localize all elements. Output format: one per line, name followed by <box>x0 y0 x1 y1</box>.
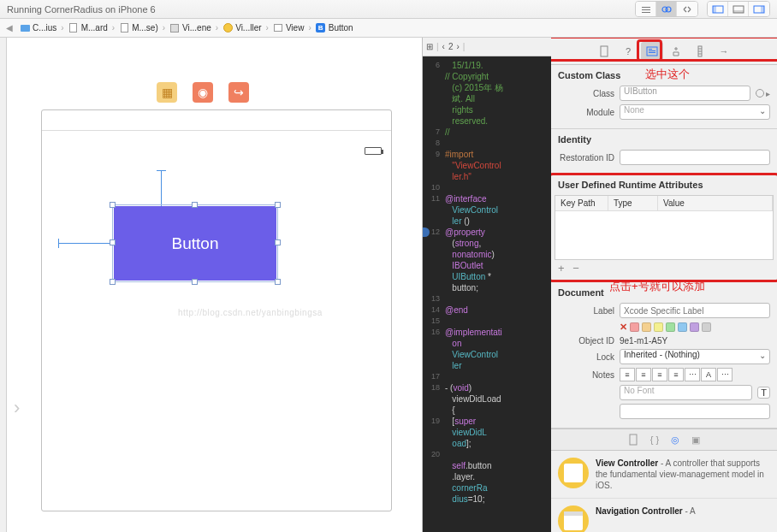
udra-header: User Defined Runtime Attributes <box>555 180 774 190</box>
svg-rect-6 <box>713 6 716 13</box>
class-dot-icon[interactable] <box>756 89 764 98</box>
assistant-editor-button[interactable] <box>656 2 677 16</box>
notes-textarea[interactable] <box>620 404 770 419</box>
doc-label-field[interactable] <box>620 303 770 318</box>
interface-builder-canvas[interactable]: › ▦ ◉ ↪ Button http://blog.csdn.net/yan <box>7 38 423 532</box>
attributes-inspector-tab[interactable] <box>665 42 687 61</box>
crumb-view[interactable]: View <box>270 23 307 33</box>
status-text: Running CornerRadius on iPhone 6 <box>7 4 635 15</box>
file-icon <box>121 23 128 33</box>
grid-icon[interactable]: ⊞ <box>426 42 433 51</box>
module-select[interactable]: None <box>620 104 770 120</box>
view-icon <box>274 24 282 32</box>
ib-pin-tool[interactable]: ◉ <box>193 82 213 103</box>
nav-arrow-icon[interactable]: › <box>14 397 20 419</box>
objectid-label: Object ID <box>558 336 614 346</box>
resize-handle[interactable] <box>110 279 116 285</box>
left-gutter <box>0 38 7 532</box>
ib-resolve-tool[interactable]: ↪ <box>228 82 249 103</box>
objectid-value: 9e1-m1-A5Y <box>620 336 770 346</box>
folder-icon <box>21 25 30 32</box>
svg-rect-8 <box>733 10 744 13</box>
crumb-viewcontroller[interactable]: Vi...ller <box>220 23 264 33</box>
file-inspector-tab[interactable] <box>593 42 615 61</box>
svg-rect-13 <box>649 49 652 50</box>
viewcontroller-lib-icon <box>558 458 589 488</box>
more-button[interactable]: ⋯ <box>717 368 733 381</box>
library-file-tab[interactable] <box>628 434 638 446</box>
font-field[interactable]: No Font <box>620 385 752 400</box>
code-editor[interactable]: ⊞ | ‹ 2 › | 6 789 1011 12 13141516 1718 … <box>423 38 551 532</box>
identity-header: Identity <box>558 134 770 145</box>
udra-remove-button[interactable]: − <box>572 262 579 275</box>
viewcontroller-icon <box>223 23 233 33</box>
library-object-tab[interactable]: ◎ <box>671 434 679 446</box>
clear-color-icon[interactable]: ✕ <box>620 322 627 333</box>
code-content[interactable]: 15/1/19. // Copyright (c) 2015年 杨 斌. All… <box>445 60 551 505</box>
crumb-scene[interactable]: Vi...ene <box>167 23 214 33</box>
class-arrow-icon[interactable]: ▸ <box>766 89 770 98</box>
svg-rect-0 <box>642 7 650 8</box>
restoration-field[interactable] <box>620 150 770 165</box>
lock-select[interactable]: Inherited - (Nothing) <box>620 349 770 364</box>
align-justify-button[interactable]: ≡ <box>668 368 684 381</box>
class-field[interactable]: UIButton <box>620 86 750 101</box>
color-swatches[interactable]: ✕ <box>620 322 711 333</box>
resize-handle[interactable] <box>110 202 116 208</box>
standard-editor-button[interactable] <box>636 2 656 16</box>
notes-toolbar[interactable]: ≡ ≡ ≡ ≡ ⋯ A ⋯ <box>620 368 733 381</box>
annotation-click-plus: 点击+号就可以添加 <box>609 279 705 294</box>
code-jump-bar[interactable]: ⊞ | ‹ 2 › | <box>423 38 551 56</box>
watermark: http://blog.csdn.net/yanbingbingsa <box>178 308 323 317</box>
resize-handle[interactable] <box>192 279 198 285</box>
code-nav-back[interactable]: ‹ <box>442 42 445 51</box>
align-center-button[interactable]: ≡ <box>636 368 651 381</box>
resize-handle[interactable] <box>275 279 281 285</box>
font-picker-icon[interactable]: T <box>757 387 770 399</box>
module-label: Module <box>558 108 614 117</box>
udra-table[interactable]: Key Path Type Value <box>555 195 774 260</box>
svg-rect-10 <box>761 6 764 13</box>
navcontroller-lib-icon <box>558 505 589 532</box>
resize-handle[interactable] <box>192 202 198 208</box>
crumb-storyboard[interactable]: M...ard <box>66 23 110 33</box>
inspector-tabs: ? → <box>551 38 777 65</box>
udra-col-value[interactable]: Value <box>658 196 773 210</box>
class-label: Class <box>558 89 614 98</box>
library-item-navcontroller[interactable]: Navigation Controller - A <box>551 499 777 532</box>
udra-add-button[interactable]: + <box>558 262 565 275</box>
guide-horizontal <box>58 243 114 244</box>
ib-uibutton[interactable]: Button <box>114 206 276 281</box>
connections-inspector-tab[interactable]: → <box>713 42 735 61</box>
library-item-viewcontroller[interactable]: View Controller - A controller that supp… <box>551 451 777 499</box>
notes-label: Notes <box>558 370 614 380</box>
resize-handle[interactable] <box>275 202 281 208</box>
ib-align-tool[interactable]: ▦ <box>157 82 177 103</box>
svg-rect-1 <box>642 9 650 10</box>
resize-handle[interactable] <box>275 239 281 245</box>
udra-col-type[interactable]: Type <box>608 196 658 210</box>
crumb-base[interactable]: M...se) <box>116 23 161 33</box>
quick-help-tab[interactable]: ? <box>617 42 639 61</box>
version-editor-button[interactable] <box>677 2 697 16</box>
udra-col-keypath[interactable]: Key Path <box>555 196 608 210</box>
library-code-tab[interactable]: { } <box>650 434 659 445</box>
toggle-navigator-button[interactable] <box>708 2 728 16</box>
scene-icon <box>170 24 179 33</box>
code-nav-fwd[interactable]: › <box>457 42 460 51</box>
inspector-panel: ? → 选中这个 Custom Class Class UIButton ▸ M… <box>551 38 777 532</box>
font-a-button[interactable]: A <box>701 368 716 381</box>
back-nav[interactable]: ◀ <box>3 23 15 33</box>
toggle-debug-button[interactable] <box>728 2 749 16</box>
resize-handle[interactable] <box>110 239 116 245</box>
crumb-project[interactable]: C...ius <box>17 23 59 33</box>
list-button[interactable]: ⋯ <box>685 368 700 381</box>
breakpoint-icon[interactable] <box>423 228 430 237</box>
align-left-button[interactable]: ≡ <box>620 368 635 381</box>
crumb-button[interactable]: BButton <box>313 23 356 33</box>
align-right-button[interactable]: ≡ <box>652 368 667 381</box>
size-inspector-tab[interactable] <box>689 42 711 61</box>
toggle-utilities-button[interactable] <box>749 2 769 16</box>
library-media-tab[interactable]: ▣ <box>691 434 700 446</box>
identity-inspector-tab[interactable] <box>641 42 663 61</box>
